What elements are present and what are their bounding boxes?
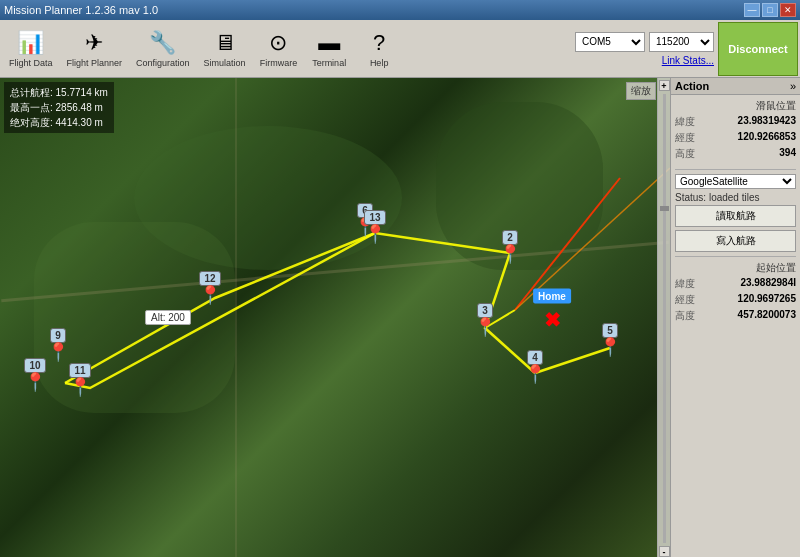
waypoint-marker-9: 9 📍 [47, 328, 69, 361]
window-title: Mission Planner 1.2.36 mav 1.0 [4, 4, 158, 16]
status-label: Status: loaded tiles [675, 192, 796, 203]
panel-header: Action » [671, 78, 800, 95]
disconnect-button[interactable]: Disconnect [718, 22, 798, 76]
configuration-icon: 🔧 [149, 30, 176, 56]
waypoint-marker-5: 5 📍 [599, 323, 621, 356]
baud-rate-select[interactable]: 115200 [649, 32, 714, 52]
map-background: 总计航程: 15.7714 km 最高一点: 2856.48 m 绝对高度: 4… [0, 78, 670, 557]
toolbar: 📊 Flight Data ✈ Flight Planner 🔧 Configu… [0, 20, 800, 78]
terminal-label: Terminal [312, 58, 346, 68]
mouse-position-section: 滑鼠位置 緯度 23.98319423 經度 120.9266853 高度 39… [675, 99, 796, 161]
flight-data-icon: 📊 [17, 30, 44, 56]
zoom-in-btn[interactable]: + [659, 80, 670, 91]
waypoint-marker-2: 2 📍 [499, 230, 521, 263]
waypoint-marker-10: 10 📍 [24, 358, 46, 391]
toolbar-configuration[interactable]: 🔧 Configuration [129, 22, 197, 76]
zoom-out-btn[interactable]: - [659, 546, 670, 557]
divider-1 [675, 169, 796, 170]
read-route-btn[interactable]: 讀取航路 [675, 205, 796, 227]
longitude-row: 經度 120.9266853 [675, 131, 796, 145]
terminal-icon: ▬ [318, 30, 340, 56]
waypoint-marker-12: 12 📍 [199, 271, 221, 304]
map-stats: 总计航程: 15.7714 km 最高一点: 2856.48 m 绝对高度: 4… [4, 82, 114, 133]
close-button[interactable]: ✕ [780, 3, 796, 17]
home-lon-row: 經度 120.9697265 [675, 293, 796, 307]
panel-content: 滑鼠位置 緯度 23.98319423 經度 120.9266853 高度 39… [671, 95, 800, 557]
zoom-label: 缩放 [626, 82, 656, 100]
zoom-track [663, 94, 666, 543]
simulation-label: Simulation [204, 58, 246, 68]
right-panel: Action » 滑鼠位置 緯度 23.98319423 經度 120.9266… [670, 78, 800, 557]
flight-planner-icon: ✈ [85, 30, 103, 56]
flight-planner-label: Flight Planner [67, 58, 123, 68]
help-icon: ? [373, 30, 385, 56]
toolbar-flight-data[interactable]: 📊 Flight Data [2, 22, 60, 76]
firmware-label: Firmware [260, 58, 298, 68]
toolbar-terminal[interactable]: ▬ Terminal [304, 22, 354, 76]
firmware-icon: ⊙ [269, 30, 287, 56]
alt-label: Alt: 200 [145, 310, 191, 325]
toolbar-simulation[interactable]: 🖥 Simulation [197, 22, 253, 76]
panel-expand-btn[interactable]: » [790, 80, 796, 92]
help-label: Help [370, 58, 389, 68]
toolbar-help[interactable]: ? Help [354, 22, 404, 76]
home-alt-row: 高度 457.8200073 [675, 309, 796, 323]
com-port-select[interactable]: COM5 [575, 32, 645, 52]
maximize-button[interactable]: □ [762, 3, 778, 17]
title-bar: Mission Planner 1.2.36 mav 1.0 — □ ✕ [0, 0, 800, 20]
main-area: 总计航程: 15.7714 km 最高一点: 2856.48 m 绝对高度: 4… [0, 78, 800, 557]
minimize-button[interactable]: — [744, 3, 760, 17]
write-route-btn[interactable]: 寫入航路 [675, 230, 796, 252]
waypoint-marker-3: 3 📍 [474, 303, 496, 336]
flight-data-label: Flight Data [9, 58, 53, 68]
toolbar-right: COM5 115200 Link Stats... [575, 32, 718, 66]
map-type-row: GoogleSatellite GoogleMap BingMap OpenSt… [675, 174, 796, 192]
title-bar-controls: — □ ✕ [744, 3, 796, 17]
zoom-thumb[interactable] [660, 206, 669, 211]
toolbar-flight-planner[interactable]: ✈ Flight Planner [60, 22, 130, 76]
divider-2 [675, 256, 796, 257]
waypoint-marker-4: 4 📍 [524, 350, 546, 383]
total-distance: 总计航程: 15.7714 km [10, 85, 108, 100]
home-position-section: 起始位置 緯度 23.9882984I 經度 120.9697265 高度 45… [675, 261, 796, 323]
waypoint-marker-13: 13 📍 [364, 202, 386, 243]
simulation-icon: 🖥 [214, 30, 236, 56]
zoom-sidebar: + - [657, 78, 670, 557]
map-type-select[interactable]: GoogleSatellite GoogleMap BingMap OpenSt… [675, 174, 796, 189]
link-stats-link[interactable]: Link Stats... [662, 55, 714, 66]
waypoint-marker-11: 11 📍 [69, 363, 91, 396]
relative-altitude: 绝对高度: 4414.30 m [10, 115, 108, 130]
altitude-row: 高度 394 [675, 147, 796, 161]
latitude-row: 緯度 23.98319423 [675, 115, 796, 129]
map-container[interactable]: 总计航程: 15.7714 km 最高一点: 2856.48 m 绝对高度: 4… [0, 78, 670, 557]
home-lat-row: 緯度 23.9882984I [675, 277, 796, 291]
panel-title: Action [675, 80, 709, 92]
highest-point: 最高一点: 2856.48 m [10, 100, 108, 115]
toolbar-firmware[interactable]: ⊙ Firmware [253, 22, 305, 76]
configuration-label: Configuration [136, 58, 190, 68]
com-row: COM5 115200 [575, 32, 714, 52]
